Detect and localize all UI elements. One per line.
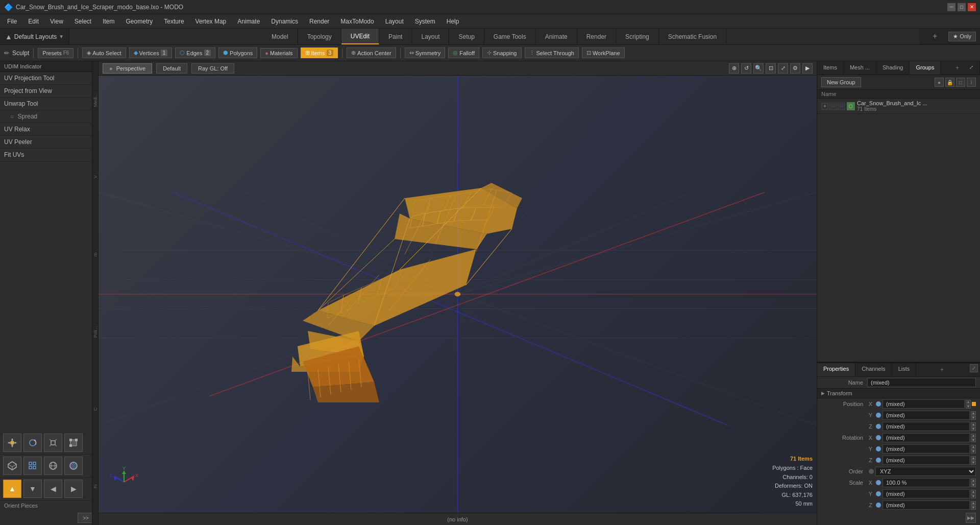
handle-poli[interactable]: Poli... xyxy=(92,293,98,370)
handle-fi[interactable]: Fi xyxy=(92,448,98,525)
name-input[interactable] xyxy=(867,378,976,387)
menu-system[interactable]: System xyxy=(410,16,440,27)
fit-icon[interactable]: ⊡ xyxy=(766,63,776,74)
tab-groups[interactable]: Groups xyxy=(910,61,941,75)
refresh-icon[interactable]: ↺ xyxy=(741,63,751,74)
tool-fit-uvs[interactable]: Fit UVs xyxy=(0,149,98,161)
info-icon[interactable]: i xyxy=(967,78,976,87)
scale-z-down[interactable]: ▼ xyxy=(971,506,976,510)
handle-medi[interactable]: Medi... xyxy=(92,61,98,138)
menu-geometry[interactable]: Geometry xyxy=(121,16,158,27)
rot-x-input[interactable] xyxy=(883,433,970,442)
scale-x-input[interactable] xyxy=(883,478,970,487)
menu-item[interactable]: Item xyxy=(97,16,119,27)
rot-y-up[interactable]: ▲ xyxy=(971,445,976,449)
rot-y-input[interactable] xyxy=(883,444,970,454)
tool-spread[interactable]: ○ Spread xyxy=(0,110,98,123)
scale-y-dot[interactable] xyxy=(876,491,881,496)
visibility-icon[interactable]: ● xyxy=(821,103,828,110)
handle-m[interactable]: m xyxy=(92,216,98,293)
action-center-button[interactable]: ⊕ Action Center xyxy=(347,47,396,58)
tab-uvedit[interactable]: UVEdit xyxy=(341,29,379,44)
bottom-expand-icon[interactable]: ▶▶ xyxy=(966,513,976,523)
menu-layout[interactable]: Layout xyxy=(380,16,409,27)
expand-icon[interactable]: ⤢ xyxy=(778,63,788,74)
rot-x-down[interactable]: ▼ xyxy=(971,438,976,442)
rot-z-down[interactable]: ▼ xyxy=(971,461,976,465)
menu-animate[interactable]: Animate xyxy=(232,16,265,27)
eye-icon[interactable]: ● xyxy=(935,78,944,87)
scale-z-dot[interactable] xyxy=(876,503,881,508)
tab-schematic-fusion[interactable]: Schematic Fusion xyxy=(659,29,726,44)
pos-x-up-arrow[interactable]: ▲ xyxy=(966,400,971,404)
crosshair-icon[interactable]: ⊕ xyxy=(729,63,739,74)
vertices-button[interactable]: ◆ Vertices 1 xyxy=(129,47,173,58)
menu-help[interactable]: Help xyxy=(442,16,464,27)
rot-y-dot[interactable] xyxy=(876,446,881,451)
pos-x-down-arrow[interactable]: ▼ xyxy=(966,404,971,409)
scale-y-up[interactable]: ▲ xyxy=(971,490,976,494)
menu-dynamics[interactable]: Dynamics xyxy=(266,16,303,27)
pos-y-input[interactable] xyxy=(883,411,970,420)
polygons-button[interactable]: ⬢ Polygons xyxy=(218,47,257,58)
item-row-1[interactable]: ● □ □ ⬡ Car_Snow_Brush_and_Ic ... 71 Ite… xyxy=(817,99,980,114)
menu-select[interactable]: Select xyxy=(69,16,96,27)
expand-props-icon[interactable]: ⤢ xyxy=(970,364,978,372)
down-icon[interactable]: ▼ xyxy=(23,480,42,498)
rot-x-up[interactable]: ▲ xyxy=(971,434,976,438)
items-button[interactable]: ⊞ Items 3 xyxy=(301,47,338,58)
props-add-tab[interactable]: + xyxy=(936,363,948,376)
tool-unwrap[interactable]: Unwrap Tool xyxy=(0,98,98,110)
sphere-icon[interactable] xyxy=(64,457,83,475)
order-dot[interactable] xyxy=(869,469,874,474)
menu-view[interactable]: View xyxy=(45,16,68,27)
handle-c[interactable]: C xyxy=(92,370,98,447)
menu-render[interactable]: Render xyxy=(304,16,334,27)
scale-z-input[interactable] xyxy=(883,500,970,510)
default-tab[interactable]: Default xyxy=(156,63,187,74)
perspective-tab[interactable]: ● Perspective xyxy=(103,63,152,74)
auto-select-button[interactable]: ◈ Auto Select xyxy=(82,47,126,58)
tab-shading[interactable]: Shading xyxy=(876,61,910,75)
rot-x-dot[interactable] xyxy=(876,435,881,440)
menu-file[interactable]: File xyxy=(2,16,22,27)
pos-y-up-arrow[interactable]: ▲ xyxy=(971,411,976,415)
tab-layout[interactable]: Layout xyxy=(412,29,449,44)
scale-z-up[interactable]: ▲ xyxy=(971,501,976,505)
rot-z-dot[interactable] xyxy=(876,458,881,463)
lock-icon[interactable]: 🔒 xyxy=(945,78,954,87)
next-icon[interactable]: ▶ xyxy=(802,63,813,74)
close-button[interactable]: ✕ xyxy=(968,3,976,11)
tool-project-from-view[interactable]: Project from View xyxy=(0,85,98,98)
scale-x-down[interactable]: ▼ xyxy=(971,483,976,487)
snapping-button[interactable]: ⊹ Snapping xyxy=(482,47,522,58)
props-tab-channels[interactable]: Channels xyxy=(855,363,892,376)
up-icon[interactable]: ▲ xyxy=(3,480,21,498)
rotate-icon[interactable] xyxy=(23,434,42,452)
minimize-button[interactable]: ─ xyxy=(947,3,955,11)
only-button[interactable]: ★ Only xyxy=(948,32,976,41)
falloff-button[interactable]: ◎ Falloff xyxy=(448,47,479,58)
tool-uv-peeler[interactable]: UV Peeler xyxy=(0,136,98,149)
pos-z-up-arrow[interactable]: ▲ xyxy=(971,422,976,426)
tab-topology[interactable]: Topology xyxy=(298,29,341,44)
handle-v[interactable]: V xyxy=(92,138,98,216)
pos-z-dot[interactable] xyxy=(876,424,881,429)
mesh-icon[interactable] xyxy=(44,457,62,475)
rot-y-down[interactable]: ▼ xyxy=(971,449,976,454)
right-icon[interactable]: ▶ xyxy=(64,480,83,498)
symmetry-button[interactable]: ⇔ Symmetry xyxy=(405,47,446,58)
pos-z-input[interactable] xyxy=(883,422,970,431)
grid-icon[interactable] xyxy=(23,457,42,475)
tool-uv-relax[interactable]: UV Relax xyxy=(0,123,98,136)
tab-items[interactable]: Items xyxy=(817,61,844,75)
add-tab-button[interactable]: + xyxy=(923,32,946,41)
maximize-button[interactable]: □ xyxy=(958,3,966,11)
props-tab-lists[interactable]: Lists xyxy=(892,363,917,376)
render-icon[interactable]: □ xyxy=(829,103,837,110)
box-icon[interactable]: □ xyxy=(956,78,965,87)
pos-y-dot[interactable] xyxy=(876,413,881,418)
layout-selector[interactable]: ▲ Default Layouts ▼ xyxy=(0,29,69,44)
cube-icon[interactable] xyxy=(3,457,21,475)
rot-z-up[interactable]: ▲ xyxy=(971,456,976,460)
